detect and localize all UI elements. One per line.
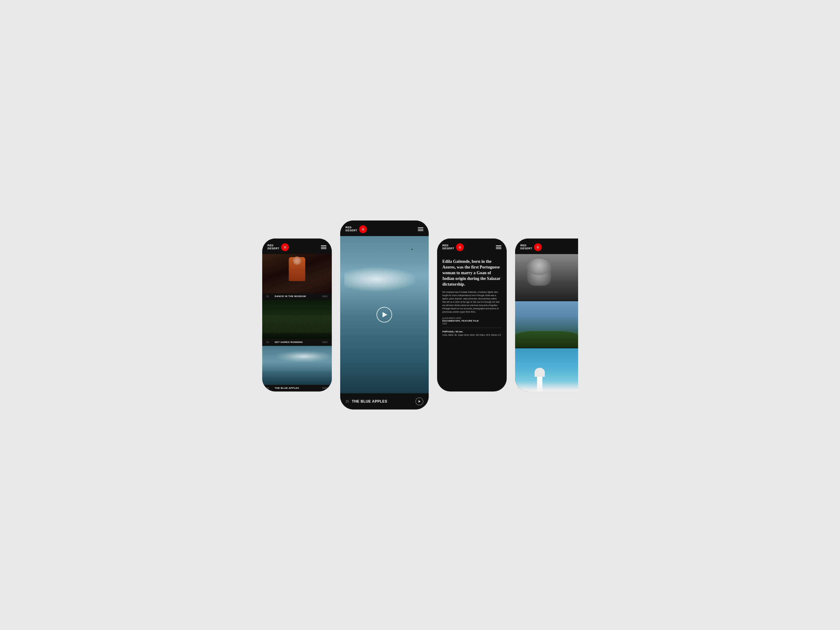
film-year-dance: 2023 bbox=[322, 295, 328, 298]
logo-badge: U bbox=[281, 243, 289, 251]
phone-3-header: RED DESERT U bbox=[437, 238, 507, 254]
video-number: 29 bbox=[346, 400, 349, 403]
logo-text-2: RED DESERT bbox=[346, 226, 358, 232]
hamburger-menu-3[interactable] bbox=[496, 245, 501, 249]
film-number-30: 30 bbox=[267, 341, 272, 344]
detail-by: by RICARDO LEITE bbox=[442, 317, 501, 319]
detail-year: 2022 bbox=[442, 322, 501, 325]
film-year-apples: 2022 bbox=[322, 387, 328, 389]
phone-detail: RED DESERT U Edila Gaitonde, born in the… bbox=[437, 238, 507, 392]
phone-video: RED DESERT U bbox=[340, 221, 429, 409]
logo-area-4: RED DESERT U bbox=[521, 243, 542, 251]
play-circle-button[interactable] bbox=[415, 398, 423, 405]
film-thumb-apples bbox=[262, 346, 332, 385]
play-button[interactable] bbox=[376, 307, 392, 322]
detail-category: DOCUMENTARY, FEATURE FILM bbox=[442, 320, 501, 322]
film-meta-apples: 29 THE BLUE APPLES 2022 bbox=[262, 385, 332, 392]
hamburger-menu-2[interactable] bbox=[418, 227, 423, 231]
logo-badge-3: U bbox=[456, 243, 464, 251]
logo-text-4: RED DESERT bbox=[521, 244, 532, 250]
film-title-apples: THE BLUE APPLES bbox=[275, 387, 319, 389]
detail-specs-format: Color, B&W, 4K, Super 8mm, 8mm, SD Video… bbox=[442, 333, 501, 337]
detail-headline: Edila Gaitonde, born in the Azores, was … bbox=[442, 259, 501, 287]
video-title: THE BLUE APPLES bbox=[352, 399, 387, 404]
play-small-icon bbox=[418, 400, 421, 403]
thumb-hares-bg bbox=[262, 300, 332, 339]
phone-1-header: RED DESERT U bbox=[262, 238, 332, 254]
detail-specs-country: PORTUGAL / 83 min. bbox=[442, 330, 501, 333]
detail-content: Edila Gaitonde, born in the Azores, was … bbox=[437, 254, 507, 341]
logo-badge-2: U bbox=[359, 225, 367, 233]
hamburger-menu[interactable] bbox=[321, 245, 327, 249]
logo-area-3: RED DESERT U bbox=[442, 243, 464, 251]
film-year-hares: 2023 bbox=[322, 341, 328, 344]
film-item-hares[interactable]: 30 SET HARES RUNNING 2023 bbox=[262, 300, 332, 346]
film-number-31: 31 bbox=[267, 295, 272, 298]
phone-gallery: RED DESERT U bbox=[515, 238, 578, 392]
film-meta-hares: 30 SET HARES RUNNING 2023 bbox=[262, 339, 332, 346]
thumb-dance-bg bbox=[262, 254, 332, 293]
logo-text: RED DESERT bbox=[268, 244, 279, 250]
film-thumb-hares bbox=[262, 300, 332, 339]
film-meta-dance: 31 DANCE IN THE MUSEUM 2023 bbox=[262, 293, 332, 300]
film-list: 31 DANCE IN THE MUSEUM 2023 30 SET HARES… bbox=[262, 254, 332, 392]
gallery-list bbox=[515, 254, 578, 392]
logo-area-2: RED DESERT U bbox=[346, 225, 367, 233]
phone-2-inner: RED DESERT U bbox=[340, 221, 429, 409]
gallery-item-landscape[interactable] bbox=[515, 301, 578, 348]
play-icon bbox=[382, 312, 387, 317]
thumb-apples-bg bbox=[262, 346, 332, 385]
logo-badge-4: U bbox=[534, 243, 542, 251]
video-footer: 29 THE BLUE APPLES bbox=[340, 393, 429, 409]
phone-2-header: RED DESERT U bbox=[340, 221, 429, 236]
film-number-29: 29 bbox=[267, 387, 272, 389]
logo-text-3: RED DESERT bbox=[442, 244, 455, 250]
film-item-dance[interactable]: 31 DANCE IN THE MUSEUM 2023 bbox=[262, 254, 332, 300]
film-title-dance: DANCE IN THE MUSEUM bbox=[275, 295, 319, 298]
film-title-hares: SET HARES RUNNING bbox=[275, 341, 319, 344]
gallery-item-portrait[interactable] bbox=[515, 254, 578, 301]
video-footer-left: 29 THE BLUE APPLES bbox=[346, 399, 388, 404]
gallery-item-minaret[interactable] bbox=[515, 348, 578, 392]
logo-area: RED DESERT U bbox=[268, 243, 289, 251]
video-area[interactable] bbox=[340, 236, 429, 393]
film-thumb-dance bbox=[262, 254, 332, 293]
phone-list: RED DESERT U 31 DANCE IN THE MUSEUM bbox=[262, 238, 332, 392]
phones-container: RED DESERT U 31 DANCE IN THE MUSEUM bbox=[262, 221, 578, 409]
detail-body: Her husband was Pundalik Gaitonde, a fre… bbox=[442, 291, 501, 314]
phone-4-header: RED DESERT U bbox=[515, 238, 578, 254]
film-item-apples[interactable]: 29 THE BLUE APPLES 2022 bbox=[262, 346, 332, 392]
